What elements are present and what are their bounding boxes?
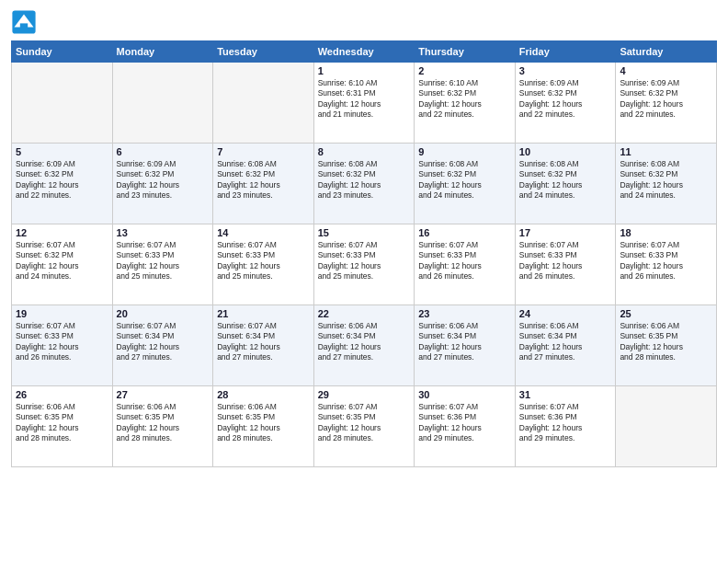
week-row-5: 26Sunrise: 6:06 AM Sunset: 6:35 PM Dayli… <box>12 386 717 467</box>
day-number: 10 <box>519 146 612 157</box>
day-info: Sunrise: 6:07 AM Sunset: 6:33 PM Dayligh… <box>519 240 612 282</box>
day-number: 18 <box>620 227 712 238</box>
day-cell: 27Sunrise: 6:06 AM Sunset: 6:35 PM Dayli… <box>112 386 213 467</box>
day-cell: 31Sunrise: 6:07 AM Sunset: 6:36 PM Dayli… <box>515 386 616 467</box>
day-number: 24 <box>519 308 612 319</box>
weekday-friday: Friday <box>515 41 616 63</box>
day-cell: 14Sunrise: 6:07 AM Sunset: 6:33 PM Dayli… <box>213 224 314 305</box>
day-number: 8 <box>318 146 411 157</box>
weekday-header-row: SundayMondayTuesdayWednesdayThursdayFrid… <box>12 41 717 63</box>
day-cell: 19Sunrise: 6:07 AM Sunset: 6:33 PM Dayli… <box>12 305 113 386</box>
day-info: Sunrise: 6:09 AM Sunset: 6:32 PM Dayligh… <box>620 78 712 121</box>
day-number: 7 <box>217 146 310 157</box>
day-cell: 25Sunrise: 6:06 AM Sunset: 6:35 PM Dayli… <box>616 305 717 386</box>
week-row-3: 12Sunrise: 6:07 AM Sunset: 6:32 PM Dayli… <box>12 224 717 305</box>
day-cell: 17Sunrise: 6:07 AM Sunset: 6:33 PM Dayli… <box>515 224 616 305</box>
week-row-2: 5Sunrise: 6:09 AM Sunset: 6:32 PM Daylig… <box>12 144 717 224</box>
day-number: 2 <box>418 65 511 76</box>
day-cell: 7Sunrise: 6:08 AM Sunset: 6:32 PM Daylig… <box>213 144 314 224</box>
day-cell: 30Sunrise: 6:07 AM Sunset: 6:36 PM Dayli… <box>415 386 516 467</box>
day-cell: 21Sunrise: 6:07 AM Sunset: 6:34 PM Dayli… <box>213 305 314 386</box>
day-info: Sunrise: 6:07 AM Sunset: 6:33 PM Dayligh… <box>318 240 411 282</box>
day-info: Sunrise: 6:06 AM Sunset: 6:34 PM Dayligh… <box>318 321 411 363</box>
day-info: Sunrise: 6:07 AM Sunset: 6:36 PM Dayligh… <box>418 402 511 444</box>
day-info: Sunrise: 6:09 AM Sunset: 6:32 PM Dayligh… <box>16 159 108 201</box>
day-cell: 22Sunrise: 6:06 AM Sunset: 6:34 PM Dayli… <box>313 305 415 386</box>
day-info: Sunrise: 6:08 AM Sunset: 6:32 PM Dayligh… <box>519 159 612 201</box>
day-cell: 28Sunrise: 6:06 AM Sunset: 6:35 PM Dayli… <box>213 386 314 467</box>
day-info: Sunrise: 6:09 AM Sunset: 6:32 PM Dayligh… <box>519 78 612 121</box>
day-number: 9 <box>418 146 511 157</box>
week-row-4: 19Sunrise: 6:07 AM Sunset: 6:33 PM Dayli… <box>12 305 717 386</box>
weekday-thursday: Thursday <box>415 41 516 63</box>
day-number: 16 <box>418 227 511 238</box>
day-cell <box>112 63 213 144</box>
day-number: 30 <box>418 389 511 400</box>
day-number: 1 <box>318 65 411 76</box>
day-cell: 3Sunrise: 6:09 AM Sunset: 6:32 PM Daylig… <box>515 63 616 144</box>
day-info: Sunrise: 6:07 AM Sunset: 6:33 PM Dayligh… <box>16 321 108 363</box>
day-info: Sunrise: 6:06 AM Sunset: 6:35 PM Dayligh… <box>117 402 210 444</box>
day-info: Sunrise: 6:07 AM Sunset: 6:34 PM Dayligh… <box>217 321 310 363</box>
day-number: 29 <box>318 389 411 400</box>
day-info: Sunrise: 6:08 AM Sunset: 6:32 PM Dayligh… <box>620 159 712 201</box>
day-cell: 16Sunrise: 6:07 AM Sunset: 6:33 PM Dayli… <box>415 224 516 305</box>
weekday-monday: Monday <box>112 41 213 63</box>
day-cell: 11Sunrise: 6:08 AM Sunset: 6:32 PM Dayli… <box>616 144 717 224</box>
day-number: 4 <box>620 65 712 76</box>
svg-rect-2 <box>20 23 28 29</box>
day-info: Sunrise: 6:06 AM Sunset: 6:34 PM Dayligh… <box>519 321 612 363</box>
day-number: 6 <box>117 146 210 157</box>
day-number: 15 <box>318 227 411 238</box>
day-number: 14 <box>217 227 310 238</box>
day-cell: 12Sunrise: 6:07 AM Sunset: 6:32 PM Dayli… <box>12 224 113 305</box>
day-cell: 26Sunrise: 6:06 AM Sunset: 6:35 PM Dayli… <box>12 386 113 467</box>
day-number: 28 <box>217 389 310 400</box>
logo-icon <box>11 9 37 35</box>
day-cell: 29Sunrise: 6:07 AM Sunset: 6:35 PM Dayli… <box>313 386 415 467</box>
day-number: 21 <box>217 308 310 319</box>
day-cell <box>616 386 717 467</box>
day-number: 26 <box>16 389 108 400</box>
day-info: Sunrise: 6:07 AM Sunset: 6:32 PM Dayligh… <box>16 240 108 282</box>
day-cell: 1Sunrise: 6:10 AM Sunset: 6:31 PM Daylig… <box>313 63 415 144</box>
day-number: 13 <box>117 227 210 238</box>
day-info: Sunrise: 6:07 AM Sunset: 6:33 PM Dayligh… <box>418 240 511 282</box>
day-number: 20 <box>117 308 210 319</box>
logo <box>11 9 40 35</box>
day-cell: 8Sunrise: 6:08 AM Sunset: 6:32 PM Daylig… <box>313 144 415 224</box>
day-cell: 2Sunrise: 6:10 AM Sunset: 6:32 PM Daylig… <box>415 63 516 144</box>
day-cell: 24Sunrise: 6:06 AM Sunset: 6:34 PM Dayli… <box>515 305 616 386</box>
day-info: Sunrise: 6:10 AM Sunset: 6:32 PM Dayligh… <box>418 78 511 121</box>
day-number: 19 <box>16 308 108 319</box>
day-info: Sunrise: 6:07 AM Sunset: 6:33 PM Dayligh… <box>217 240 310 282</box>
day-info: Sunrise: 6:07 AM Sunset: 6:35 PM Dayligh… <box>318 402 411 444</box>
day-info: Sunrise: 6:10 AM Sunset: 6:31 PM Dayligh… <box>318 78 411 121</box>
weekday-sunday: Sunday <box>12 41 113 63</box>
day-info: Sunrise: 6:08 AM Sunset: 6:32 PM Dayligh… <box>318 159 411 201</box>
day-number: 17 <box>519 227 612 238</box>
day-number: 11 <box>620 146 712 157</box>
weekday-tuesday: Tuesday <box>213 41 314 63</box>
day-info: Sunrise: 6:07 AM Sunset: 6:33 PM Dayligh… <box>620 240 712 282</box>
day-cell: 20Sunrise: 6:07 AM Sunset: 6:34 PM Dayli… <box>112 305 213 386</box>
day-number: 22 <box>318 308 411 319</box>
day-info: Sunrise: 6:08 AM Sunset: 6:32 PM Dayligh… <box>217 159 310 201</box>
weekday-saturday: Saturday <box>616 41 717 63</box>
day-info: Sunrise: 6:06 AM Sunset: 6:35 PM Dayligh… <box>620 321 712 363</box>
day-info: Sunrise: 6:07 AM Sunset: 6:34 PM Dayligh… <box>117 321 210 363</box>
calendar: SundayMondayTuesdayWednesdayThursdayFrid… <box>11 40 717 467</box>
day-cell: 13Sunrise: 6:07 AM Sunset: 6:33 PM Dayli… <box>112 224 213 305</box>
day-cell <box>12 63 113 144</box>
day-number: 5 <box>16 146 108 157</box>
day-info: Sunrise: 6:07 AM Sunset: 6:33 PM Dayligh… <box>117 240 210 282</box>
weekday-wednesday: Wednesday <box>313 41 415 63</box>
day-info: Sunrise: 6:08 AM Sunset: 6:32 PM Dayligh… <box>418 159 511 201</box>
day-number: 23 <box>418 308 511 319</box>
day-cell: 15Sunrise: 6:07 AM Sunset: 6:33 PM Dayli… <box>313 224 415 305</box>
week-row-1: 1Sunrise: 6:10 AM Sunset: 6:31 PM Daylig… <box>12 63 717 144</box>
header <box>11 9 717 35</box>
day-number: 27 <box>117 389 210 400</box>
day-number: 31 <box>519 389 612 400</box>
day-number: 12 <box>16 227 108 238</box>
